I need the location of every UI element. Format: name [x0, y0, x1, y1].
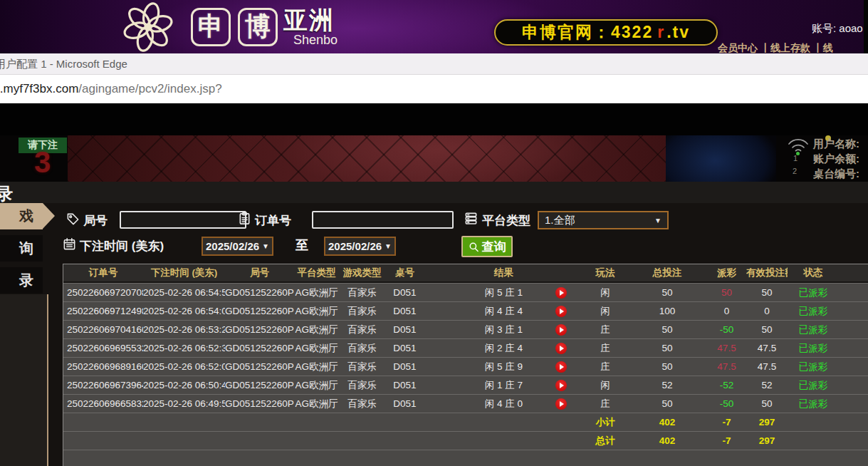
- cell-platform: AG欧洲厅: [294, 323, 339, 336]
- cell-result: 闲 2 庄 4: [424, 342, 583, 355]
- cell-result: 闲 5 庄 9: [424, 361, 583, 373]
- cell-status: 已派彩: [788, 361, 839, 373]
- cell-game-type: 百家乐: [339, 286, 385, 299]
- cell-total-bet: 50: [627, 398, 707, 409]
- cell-status: 已派彩: [788, 379, 839, 392]
- play-video-icon[interactable]: [555, 343, 567, 354]
- date-to-picker[interactable]: 2025/02/26 ▼: [324, 237, 396, 256]
- round-no-label: 局号: [83, 212, 108, 229]
- cell-play: 庄: [583, 398, 627, 410]
- chevron-down-icon: ▼: [262, 242, 269, 250]
- tag-icon: [66, 212, 80, 226]
- cell-status: 已派彩: [788, 323, 839, 336]
- cell-total-bet: 100: [627, 306, 707, 316]
- cell-play: 庄: [583, 361, 627, 373]
- cell-valid-bet: 50: [746, 398, 788, 409]
- bet-time-label: 下注时间 (美东): [80, 238, 164, 254]
- url-domain[interactable]: i.myf7f3bx.com: [0, 82, 78, 95]
- subtotal-valid: 297: [746, 417, 788, 428]
- search-button[interactable]: 查询: [461, 236, 513, 257]
- platform-type-select[interactable]: 1.全部 ▼: [538, 211, 669, 229]
- cell-table-no: D051: [385, 380, 424, 390]
- col-valid-bet: 有效投注额: [746, 266, 788, 279]
- cell-payout: -50: [707, 324, 746, 335]
- cell-payout: 47.5: [707, 343, 746, 353]
- date-to-value: 2025/02/26: [328, 240, 382, 252]
- cell-valid-bet: 52: [746, 380, 788, 390]
- table-row: 250226069712498 2025-02-26 06:54:09 GD05…: [63, 301, 868, 320]
- date-from-value: 2025/02/26: [206, 240, 259, 252]
- cell-order-no: 250226069689160: [63, 361, 143, 372]
- cell-total-bet: 52: [627, 380, 707, 390]
- cell-table-no: D051: [385, 324, 424, 335]
- cell-game-type: 百家乐: [339, 379, 385, 392]
- cell-platform: AG欧洲厅: [294, 342, 339, 355]
- play-video-icon[interactable]: [555, 398, 567, 410]
- col-table-no: 桌号: [385, 266, 424, 279]
- play-video-icon[interactable]: [555, 306, 567, 317]
- cell-bet-time: 2025-02-26 06:54:55: [143, 287, 225, 298]
- banner-blue-glow: [666, 135, 776, 182]
- cell-status: 已派彩: [788, 398, 839, 410]
- round-no-input[interactable]: [120, 211, 246, 229]
- cell-bet-time: 2025-02-26 06:50:41: [143, 380, 225, 390]
- cell-valid-bet: 50: [746, 287, 788, 298]
- cell-round-no: GD051252260PI: [225, 398, 294, 409]
- member-nav-links[interactable]: 会员中心 丨线上存款 丨线: [718, 42, 868, 53]
- total-valid: 297: [746, 435, 788, 446]
- to-label: 至: [296, 237, 308, 254]
- cell-play: 庄: [583, 323, 627, 336]
- edge-urlbar[interactable]: i.myf7f3bx.com/agingame/pcv2/index.jsp?: [0, 75, 868, 103]
- cell-valid-bet: 47.5: [746, 361, 788, 372]
- site-logo: 申 博 亚洲 Shenbo: [113, 0, 338, 53]
- col-result: 结果: [424, 266, 583, 279]
- casino-background: [68, 135, 666, 182]
- sidebar-tab-records[interactable]: 录: [0, 267, 43, 294]
- cell-table-no: D051: [385, 398, 424, 409]
- flower-logo-icon: [113, 1, 184, 53]
- play-video-icon[interactable]: [555, 287, 567, 299]
- total-bet: 402: [627, 435, 707, 446]
- cell-payout: 50: [707, 287, 746, 298]
- cell-result: 闲 5 庄 1: [424, 286, 583, 299]
- cell-game-type: 百家乐: [339, 398, 385, 410]
- col-status: 状态: [788, 266, 839, 279]
- play-video-icon[interactable]: [555, 380, 567, 391]
- cell-payout: 47.5: [707, 361, 746, 372]
- cell-platform: AG欧洲厅: [294, 286, 339, 299]
- url-path[interactable]: /agingame/pcv2/index.jsp?: [78, 82, 221, 95]
- cell-total-bet: 50: [627, 324, 707, 335]
- chevron-down-icon: ▼: [385, 242, 392, 250]
- records-panel-titlebar: 录: [0, 182, 868, 203]
- screen: 申 博 亚洲 Shenbo 申博官网： 4322 r .tv 账号: aoao …: [0, 0, 868, 466]
- cell-platform: AG欧洲厅: [294, 305, 339, 318]
- cell-play: 庄: [583, 342, 627, 355]
- cell-result: 闲 4 庄 4: [424, 305, 583, 318]
- play-video-icon[interactable]: [555, 324, 567, 336]
- search-button-label: 查询: [482, 239, 506, 255]
- records-panel: 戏 询 录 局号 订单号 平台类型 1.全部 ▼ 下注时间 (: [0, 203, 868, 466]
- account-label: 账号: aoao: [812, 22, 863, 36]
- bet-history-table: 订单号 下注时间 (美东) 局号 平台类型 游戏类型 桌号 结果 玩法 总投注 …: [63, 264, 868, 466]
- order-no-input[interactable]: [312, 211, 454, 229]
- cell-game-type: 百家乐: [339, 305, 385, 318]
- logo-char-bo: 博: [238, 8, 278, 46]
- cell-payout: 0: [707, 306, 746, 316]
- cell-table-no: D051: [385, 287, 424, 298]
- play-video-icon[interactable]: [555, 361, 567, 373]
- cell-table-no: D051: [385, 306, 424, 316]
- cell-status: 已派彩: [788, 305, 839, 318]
- cell-round-no: GD051252260PL: [225, 361, 294, 372]
- cell-total-bet: 50: [627, 287, 707, 298]
- cell-round-no: GD051252260PJ: [225, 380, 294, 390]
- subtotal-bet: 402: [627, 417, 707, 428]
- order-no-label: 订单号: [255, 212, 291, 229]
- cell-valid-bet: 47.5: [746, 343, 788, 353]
- official-site-banner: 申博官网： 4322 r .tv: [494, 19, 718, 46]
- date-from-picker[interactable]: 2025/02/26 ▼: [202, 237, 273, 256]
- table-header-row: 订单号 下注时间 (美东) 局号 平台类型 游戏类型 桌号 结果 玩法 总投注 …: [63, 264, 868, 283]
- window-title: 用户配置 1 - Microsoft Edge: [0, 53, 127, 75]
- sidebar-tab-game[interactable]: 戏: [0, 203, 43, 229]
- sidebar-tab-query[interactable]: 询: [0, 235, 43, 262]
- search-icon: [469, 242, 479, 252]
